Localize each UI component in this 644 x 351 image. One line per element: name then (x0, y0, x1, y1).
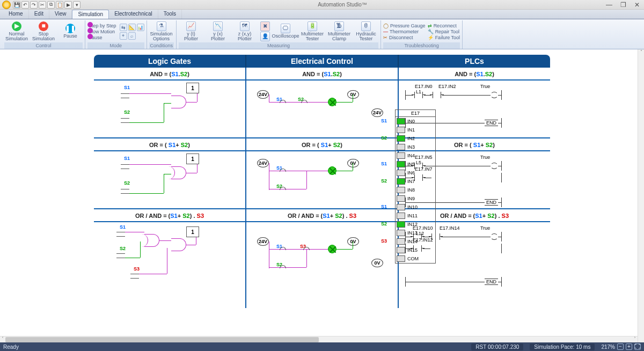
plc-led-icon (397, 161, 405, 167)
orand-display: 1 (186, 226, 199, 237)
elec-orand-title: OR / AND = (S1+ S2) . S3 (246, 209, 398, 222)
tab-simulation[interactable]: Simulation (72, 10, 109, 19)
plc-input-row: IN9 (396, 194, 435, 203)
plc-24v-node: 24V (371, 108, 383, 117)
thermometer-button[interactable]: —Thermometer (383, 29, 426, 34)
plc-input-row: IN14 (396, 237, 435, 246)
mode-icon-2[interactable]: 📐 (128, 24, 136, 31)
measuring-extra-icon[interactable]: ✖👤 (259, 21, 271, 41)
logic-and-diagram[interactable]: S1 S2 1 (94, 81, 245, 138)
header-logic-gates: Logic Gates (94, 55, 246, 68)
plc-led-icon (397, 178, 405, 185)
qat-paste-icon[interactable]: 📋 (56, 1, 63, 9)
plc-input-row: IN0 (396, 117, 435, 126)
tab-edit[interactable]: Edit (29, 10, 49, 19)
plc-input-label: IN6 (406, 170, 435, 176)
pause-mode-button[interactable]: Pause (87, 35, 118, 40)
mode-icon-4[interactable]: ⌖ (120, 32, 127, 40)
stop-simulation-button[interactable]: ■Stop Simulation (31, 21, 56, 42)
plc-input-label: IN2 (406, 136, 435, 141)
plc-input-label: COM (406, 256, 435, 261)
qat-undo-icon[interactable]: ↶ (21, 1, 29, 9)
plc-input-row: IN7 (396, 177, 435, 186)
failure-tool-button[interactable]: ⚡Failure Tool (428, 35, 460, 40)
header-plcs: PLCs (399, 55, 550, 68)
group-measuring-label: Measuring (179, 42, 378, 49)
pause-button[interactable]: ❚❚Pause (58, 24, 83, 39)
or-display: 1 (186, 153, 199, 164)
elec-or-diagram[interactable]: 24V 0V S1 S2 (246, 151, 398, 209)
qat-dropdown-icon[interactable]: ▾ (73, 1, 80, 9)
v24-node: 24V (257, 90, 269, 99)
zoom-in-button[interactable]: + (626, 343, 632, 350)
minimize-button[interactable]: — (604, 1, 614, 9)
y-plotter-button[interactable]: 📈y (t) Plotter (179, 21, 203, 42)
z-plotter-button[interactable]: 🗺z (x,y) Plotter (232, 21, 257, 42)
plc-input-row: IN5 (396, 160, 435, 169)
plc-input-label: IN11 (406, 213, 435, 218)
plc-led-icon (397, 152, 405, 159)
canvas-viewport[interactable]: Logic Gates Electrical Control PLCs AND … (0, 49, 644, 342)
plc-led-icon (397, 221, 405, 228)
tab-electrotechnical[interactable]: Electrotechnical (109, 10, 158, 19)
app-orb-icon[interactable] (2, 1, 11, 9)
multimeter-clamp-button[interactable]: 🗜Multimeter Clamp (327, 21, 352, 42)
mode-icon-3[interactable]: 📊 (137, 24, 144, 31)
step-by-step-button[interactable]: Step by Step (87, 23, 118, 28)
plc-led-icon (397, 127, 405, 133)
qat-redo-icon[interactable]: ↷ (30, 1, 38, 9)
plc-input-label: IN12 (406, 222, 435, 227)
hydraulic-tester-button[interactable]: 🛢Hydraulic Tester (354, 21, 378, 42)
maximize-button[interactable]: ❐ (618, 1, 628, 9)
plc-input-row: IN1 (396, 126, 435, 134)
plc-input-label: IN9 (406, 196, 435, 201)
end-3: END (485, 279, 498, 285)
lamp-node-3 (328, 245, 336, 253)
plc-input-row: IN15 (396, 246, 435, 254)
repair-tool-button[interactable]: 🔧Repair Tool (428, 29, 460, 34)
qat-play-icon[interactable]: ▶ (64, 1, 72, 9)
plc-led-icon (397, 144, 405, 150)
slow-motion-button[interactable]: Slow Motion (87, 29, 118, 34)
tab-home[interactable]: Home (3, 10, 29, 19)
status-rst: RST 00:00:07.230 (471, 343, 523, 350)
plc-led-icon (397, 170, 405, 176)
plc-led-icon (397, 230, 405, 236)
logic-orand-diagram[interactable]: S1 S2 S3 1 (94, 222, 245, 308)
contact-e17-in0 (414, 92, 423, 98)
plc-hardware-block[interactable]: 24V 0V E17 IN0IN1IN2IN3IN4IN5IN6IN7IN8IN… (379, 109, 545, 264)
plc-input-label: IN15 (406, 247, 435, 253)
lamp-node (328, 98, 336, 106)
coil-true-1 (491, 92, 498, 98)
title-bar: 💾 ↶ ↷ ✂ ⧉ 📋 ▶ ▾ Automation Studio™ — ❐ ✕ (0, 0, 644, 10)
logic-or-diagram[interactable]: S1 S2 1 (94, 151, 245, 209)
plc-input-label: IN8 (406, 187, 435, 193)
qat-copy-icon[interactable]: ⧉ (47, 1, 55, 9)
tab-view[interactable]: View (49, 10, 72, 19)
normal-simulation-button[interactable]: ▶Normal Simulation (4, 21, 29, 42)
oscilloscope-button[interactable]: 🖵Oscilloscope (273, 24, 298, 39)
plc-0v-node: 0V (371, 259, 383, 267)
plc-input-label: IN1 (406, 127, 435, 133)
close-button[interactable]: ✕ (632, 1, 642, 9)
plc-input-label: IN13 (406, 230, 435, 236)
plc-led-icon (397, 187, 405, 193)
disconnect-button[interactable]: ✂Disconnect (383, 35, 426, 40)
yx-plotter-button[interactable]: 📉y (x) Plotter (206, 21, 230, 42)
mode-icon-1[interactable]: ⇆ (120, 24, 127, 31)
reconnect-button[interactable]: ⇄Reconnect (428, 23, 460, 28)
zoom-fit-button[interactable]: ⛶ (634, 343, 641, 350)
v0-node: 0V (347, 90, 359, 99)
qat-cut-icon[interactable]: ✂ (39, 1, 46, 9)
mode-icon-5[interactable]: ⌕ (128, 32, 136, 40)
plc-led-icon (397, 204, 405, 210)
tab-tools[interactable]: Tools (158, 10, 182, 19)
elec-and-title: AND = (S1.S2) (246, 68, 398, 81)
plc-input-row: IN11 (396, 211, 435, 220)
simulation-options-button[interactable]: ⚗Simulation Options (149, 21, 174, 42)
ribbon-tabs: Home Edit View Simulation Electrotechnic… (0, 10, 644, 19)
pressure-gauge-button[interactable]: ◯Pressure Gauge (383, 23, 426, 28)
zoom-out-button[interactable]: − (617, 343, 624, 350)
multimeter-tester-button[interactable]: 🔋Multimeter Tester (300, 21, 325, 42)
qat-save-icon[interactable]: 💾 (13, 1, 20, 9)
